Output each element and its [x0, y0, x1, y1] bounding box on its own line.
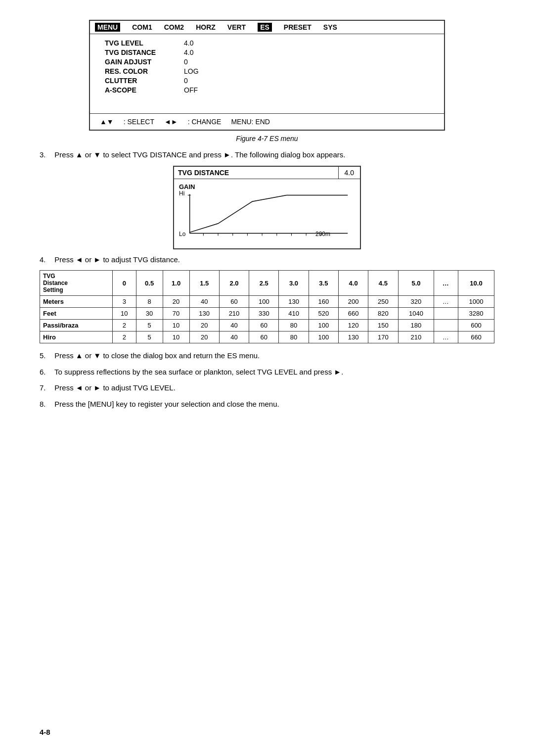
step-4-text: Press ◄ or ► to adjust TVG distance. — [50, 254, 180, 266]
tvg-table: TVGDistanceSetting 0 0.5 1.0 1.5 2.0 2.5… — [40, 270, 494, 343]
tvg-distance-label: TVG DISTANCE — [105, 48, 169, 56]
passi-40: 120 — [338, 320, 368, 331]
feet-20: 210 — [219, 308, 249, 320]
table-header-45: 4.5 — [368, 271, 398, 296]
row-label-hiro: Hiro — [40, 331, 113, 343]
meters-25: 100 — [249, 296, 279, 308]
menu-tab-es[interactable]: ES — [258, 23, 272, 32]
meters-35: 160 — [309, 296, 338, 308]
dialog-value: 4.0 — [339, 167, 360, 179]
hiro-50: 210 — [398, 331, 434, 343]
step-8: 8. Press the [MENU] key to register your… — [40, 399, 494, 410]
step-5-text: Press ▲ or ▼ to close the dialog box and… — [50, 350, 260, 362]
clutter-value: 0 — [184, 77, 188, 85]
row-label-meters: Meters — [40, 296, 113, 308]
feet-15: 130 — [189, 308, 219, 320]
feet-dots — [434, 308, 458, 320]
tvg-level-label: TVG LEVEL — [105, 39, 169, 47]
hiro-05: 5 — [136, 331, 163, 343]
menu-row-res-color: RES. COLOR LOG — [105, 67, 429, 75]
menu-tab-com2[interactable]: COM2 — [164, 23, 184, 31]
hiro-100: 660 — [458, 331, 494, 343]
step-8-text: Press the [MENU] key to register your se… — [50, 399, 279, 410]
passi-50: 180 — [398, 320, 434, 331]
menu-row-gain-adjust: GAIN ADJUST 0 — [105, 58, 429, 66]
step-6-text: To suppress reflections by the sea surfa… — [50, 367, 343, 378]
feet-05: 30 — [136, 308, 163, 320]
select-label: : SELECT — [124, 118, 154, 126]
menu-tab-preset[interactable]: PRESET — [284, 23, 312, 31]
dialog-box: TVG DISTANCE 4.0 GAIN Hi Lo 200m — [173, 166, 361, 249]
passi-05: 5 — [136, 320, 163, 331]
feet-10: 70 — [163, 308, 189, 320]
change-arrows: ◄► — [164, 118, 178, 126]
step-3-text: Press ▲ or ▼ to select TVG DISTANCE and … — [50, 149, 345, 161]
passi-0: 2 — [112, 320, 136, 331]
tvg-level-value: 4.0 — [184, 39, 193, 47]
feet-50: 1040 — [398, 308, 434, 320]
table-header-40: 4.0 — [338, 271, 368, 296]
menu-tab-vert[interactable]: VERT — [227, 23, 246, 31]
passi-35: 100 — [309, 320, 338, 331]
meters-0: 3 — [112, 296, 136, 308]
meters-10: 20 — [163, 296, 189, 308]
step-8-num: 8. — [40, 399, 50, 410]
table-header-dots: … — [434, 271, 458, 296]
step-4-num: 4. — [40, 254, 50, 266]
table-header-05: 0.5 — [136, 271, 163, 296]
feet-45: 820 — [368, 308, 398, 320]
table-header-25: 2.5 — [249, 271, 279, 296]
table-row-meters: Meters 3 8 20 40 60 100 130 160 200 250 … — [40, 296, 494, 308]
meters-50: 320 — [398, 296, 434, 308]
gain-adjust-value: 0 — [184, 58, 188, 66]
meters-20: 60 — [219, 296, 249, 308]
table-header-setting: TVGDistanceSetting — [40, 271, 113, 296]
step-5: 5. Press ▲ or ▼ to close the dialog box … — [40, 350, 494, 362]
row-label-feet: Feet — [40, 308, 113, 320]
step-7-num: 7. — [40, 382, 50, 394]
menu-tab-sys[interactable]: SYS — [323, 23, 337, 31]
meters-45: 250 — [368, 296, 398, 308]
menu-header: MENU COM1 COM2 HORZ VERT ES PRESET SYS — [90, 21, 444, 34]
table-header-10: 1.0 — [163, 271, 189, 296]
table-header-35: 3.5 — [309, 271, 338, 296]
menu-tab-com1[interactable]: COM1 — [132, 23, 152, 31]
menu-row-clutter: CLUTTER 0 — [105, 77, 429, 85]
end-label: MENU: END — [231, 118, 270, 126]
meters-100: 1000 — [458, 296, 494, 308]
feet-25: 330 — [249, 308, 279, 320]
feet-0: 10 — [112, 308, 136, 320]
hiro-20: 40 — [219, 331, 249, 343]
passi-25: 60 — [249, 320, 279, 331]
table-header-50: 5.0 — [398, 271, 434, 296]
menu-row-a-scope: A-SCOPE OFF — [105, 86, 429, 94]
step-7-text: Press ◄ or ► to adjust TVG LEVEL. — [50, 382, 176, 394]
step-6-num: 6. — [40, 367, 50, 378]
dialog-chart: GAIN Hi Lo 200m — [174, 179, 360, 248]
a-scope-value: OFF — [184, 86, 198, 94]
step-5-num: 5. — [40, 350, 50, 362]
menu-tab-horz[interactable]: HORZ — [196, 23, 216, 31]
passi-20: 40 — [219, 320, 249, 331]
passi-30: 80 — [279, 320, 309, 331]
change-label: : CHANGE — [188, 118, 222, 126]
hiro-40: 130 — [338, 331, 368, 343]
menu-box: MENU COM1 COM2 HORZ VERT ES PRESET SYS T… — [89, 20, 445, 131]
hiro-30: 80 — [279, 331, 309, 343]
res-color-value: LOG — [184, 67, 199, 75]
hiro-35: 100 — [309, 331, 338, 343]
feet-35: 520 — [309, 308, 338, 320]
passi-45: 150 — [368, 320, 398, 331]
menu-tab-menu[interactable]: MENU — [95, 23, 120, 32]
table-header-20: 2.0 — [219, 271, 249, 296]
menu-row-tvg-distance: TVG DISTANCE 4.0 — [105, 48, 429, 56]
menu-body: TVG LEVEL 4.0 TVG DISTANCE 4.0 GAIN ADJU… — [90, 34, 444, 113]
dialog-title: TVG DISTANCE — [174, 167, 339, 179]
step-3: 3. Press ▲ or ▼ to select TVG DISTANCE a… — [40, 149, 494, 161]
hiro-10: 10 — [163, 331, 189, 343]
meters-15: 40 — [189, 296, 219, 308]
res-color-label: RES. COLOR — [105, 67, 169, 75]
tvg-distance-value: 4.0 — [184, 48, 193, 56]
figure-caption: Figure 4-7 ES menu — [40, 135, 494, 142]
table-row-hiro: Hiro 2 5 10 20 40 60 80 100 130 170 210 … — [40, 331, 494, 343]
